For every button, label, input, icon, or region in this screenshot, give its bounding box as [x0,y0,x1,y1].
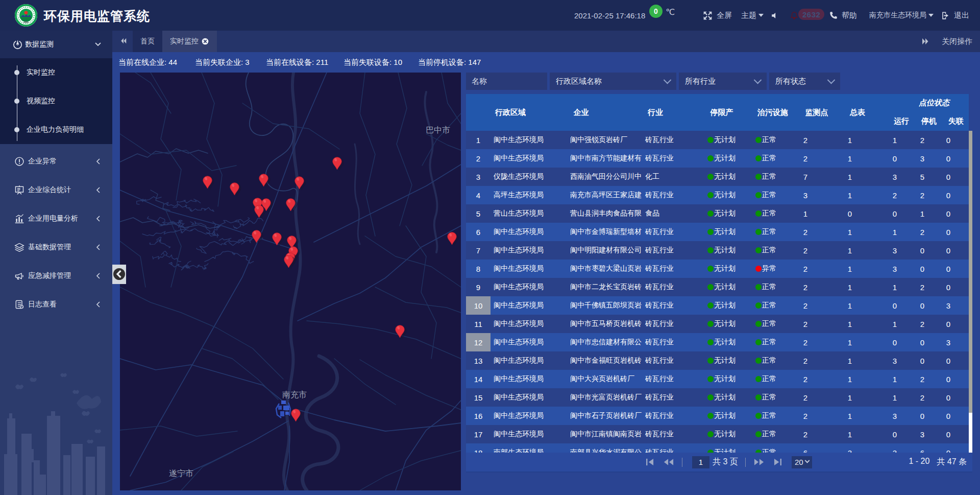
cell-offline: 0 [936,407,969,425]
table-row[interactable]: 11阆中生态环境局阆中市五马桥页岩机砖砖瓦行业无计划正常21120 [466,315,969,333]
map-collapse-toggle[interactable] [112,265,126,284]
cell-stop-production: 无计划 [694,296,749,315]
next-page-icon[interactable] [754,458,764,466]
sidebar-item-data-monitor[interactable]: 数据监测 [0,31,112,58]
map[interactable]: 巴中市南充市遂宁市 [120,73,461,490]
sidebar-item-video-monitor[interactable]: 视频监控 [0,87,112,115]
map-pin-icon[interactable] [252,230,263,245]
sidebar-item-power-analysis[interactable]: 企业用电量分析 [0,204,112,233]
table-row[interactable]: 1阆中生态环境局阆中强锐页岩砖厂砖瓦行业无计划正常21120 [466,131,969,149]
map-pin-icon[interactable] [259,174,271,188]
map-pin-icon[interactable] [254,205,266,220]
cell-offline: 0 [936,315,969,333]
table-row[interactable]: 4高坪生态环境局南充市高坪区王家店建砖瓦行业无计划正常31220 [466,186,969,204]
col-header-total-meters: 总表 [837,94,881,131]
tab-home[interactable]: 首页 [133,31,162,52]
cell-industry: 砖瓦行业 [642,260,694,278]
table-row[interactable]: 2阆中生态环境局阆中市南方节能建材有砖瓦行业无计划正常21030 [466,149,969,168]
map-pin-icon[interactable] [286,198,298,213]
status-dot-green [707,192,714,198]
notifications-button[interactable] [790,0,799,31]
industry-select[interactable]: 所有行业 [679,73,767,90]
row-index-cell: 10 [466,296,491,315]
sidebar-item-base-data[interactable]: 基础数据管理 [0,233,112,262]
page-size-select[interactable]: 20 [792,456,812,468]
org-dropdown[interactable]: 南充市生态环境局 [869,0,934,31]
table-row[interactable]: 13阆中生态环境局阆中市金福旺页岩机砖砖瓦行业无计划正常21300 [466,351,969,370]
right-panel: 名称 行政区域名称 所有行业 所有状态 行政区域企业行业停限产治污设施监测点总表… [466,73,972,473]
cell-company: 阆中市南方节能建材有 [564,149,642,168]
megaphone-icon [14,271,24,281]
map-pin-icon[interactable] [203,176,214,191]
status-dot-green [755,137,762,143]
table-row[interactable]: 15阆中生态环境局阆中市光富页岩机砖厂砖瓦行业无计划正常21120 [466,388,969,407]
cell-industry: 砖瓦行业 [642,333,694,351]
page-number-input[interactable]: 1 [692,456,709,468]
table-row[interactable]: 5营山生态环境局营山县润丰肉食品有限食品无计划正常10010 [466,204,969,223]
table-row[interactable]: 16阆中生态环境局阆中市石子页岩机砖厂砖瓦行业无计划正常21300 [466,407,969,425]
cell-stopped: 3 [909,149,936,168]
theme-dropdown[interactable]: 主题 [741,0,764,31]
status-select[interactable]: 所有状态 [769,73,840,90]
cell-industry: 砖瓦行业 [642,241,694,260]
cell-offline: 0 [936,223,969,241]
stat-item: 当前失联企业: 3 [195,52,250,73]
table-row[interactable]: 14阆中生态环境局阆中大兴页岩机砖厂砖瓦行业无计划正常21120 [466,370,969,388]
tab-realtime-monitor[interactable]: 实时监控 [162,31,217,52]
cell-total-meters: 1 [837,223,881,241]
cell-monitor-points: 2 [796,333,837,351]
tabs-scroll-right-icon[interactable] [921,37,929,45]
mute-button[interactable] [771,0,777,31]
map-pin-icon[interactable] [295,176,306,191]
logout-button[interactable]: 退出 [941,0,969,31]
help-button[interactable]: 帮助 [829,0,857,31]
map-pin-icon[interactable] [230,182,241,197]
chevron-down-icon [804,458,810,463]
sidebar-item-emergency-reduction[interactable]: 应急减排管理 [0,262,112,290]
table-scrollbar[interactable] [969,131,972,453]
cell-region: 阆中生态环境局 [491,131,564,149]
first-page-icon[interactable] [646,458,654,466]
sidebar-submenu: 实时监控 视频监控 企业电力负荷明细 [0,58,112,144]
table-row[interactable]: 6阆中生态环境局阆中市金博瑞新型墙材砖瓦行业无计划正常21120 [466,223,969,241]
cell-treatment-facility: 正常 [749,333,796,351]
table-row[interactable]: 3仪陇生态环境局西南油气田分公司川中化工无计划正常71350 [466,168,969,186]
map-pin-icon[interactable] [447,232,459,247]
table-scrollbar-thumb[interactable] [969,413,972,453]
fullscreen-button[interactable]: 全屏 [702,0,732,31]
cell-monitor-points: 6 [796,443,837,453]
cell-running: 0 [881,296,909,315]
map-pin-icon[interactable] [332,157,344,172]
table-row[interactable]: 7阆中生态环境局阆中明阳建材有限公司砖瓦行业无计划正常21300 [466,241,969,260]
cell-running: 1 [881,370,909,388]
map-pin-icon[interactable] [284,255,296,270]
chevron-left-circle-icon [113,268,125,280]
cell-industry: 砖瓦行业 [642,370,694,388]
cell-region: 阆中生态环境局 [491,333,564,351]
notification-count-badge[interactable]: 2632 [798,9,824,20]
sidebar-item-realtime-monitor[interactable]: 实时监控 [0,58,112,87]
close-operations-button[interactable]: 关闭操作 [942,37,972,46]
tabs-scroll-left-icon[interactable] [120,37,127,44]
sidebar-item-company-statistics[interactable]: 企业综合统计 [0,176,112,204]
map-pin-icon[interactable] [291,409,303,423]
map-pin-icon[interactable] [272,232,284,247]
sidebar-item-log-view[interactable]: 日志查看 [0,290,112,319]
region-select[interactable]: 行政区域名称 [550,73,676,90]
cell-offline: 0 [936,241,969,260]
table-row[interactable]: 17阆中生态环境局阆中市江南镇阆南页岩砖瓦行业无计划正常21030 [466,425,969,443]
prev-page-icon[interactable] [664,458,674,466]
pager-separator [682,458,682,467]
map-pin-icon[interactable] [395,325,407,340]
last-page-icon[interactable] [773,458,782,466]
name-search-input[interactable]: 名称 [466,73,547,90]
sidebar-item-power-load-detail[interactable]: 企业电力负荷明细 [0,115,112,144]
tab-close-icon[interactable] [202,38,209,45]
table-row[interactable]: 9阆中生态环境局阆中市二龙长宝页岩砖砖瓦行业无计划正常21120 [466,278,969,296]
cell-company: 南部县兴华水泥有限公 [564,443,642,453]
table-row[interactable]: 8阆中生态环境局阆中市枣碧大梁山页岩砖瓦行业无计划异常21300 [466,260,969,278]
table-row[interactable]: 18南部生态环境局南部县兴华水泥有限公砖瓦行业无计划正常63360 [466,443,969,453]
sidebar-item-company-abnormal[interactable]: 企业异常 [0,147,112,176]
table-row[interactable]: 10阆中生态环境局阆中千佛镇五郎坝页岩砖瓦行业无计划正常21003 [466,296,969,315]
table-row[interactable]: 12阆中生态环境局阆中市忠信建材有限公砖瓦行业无计划正常21003 [466,333,969,351]
